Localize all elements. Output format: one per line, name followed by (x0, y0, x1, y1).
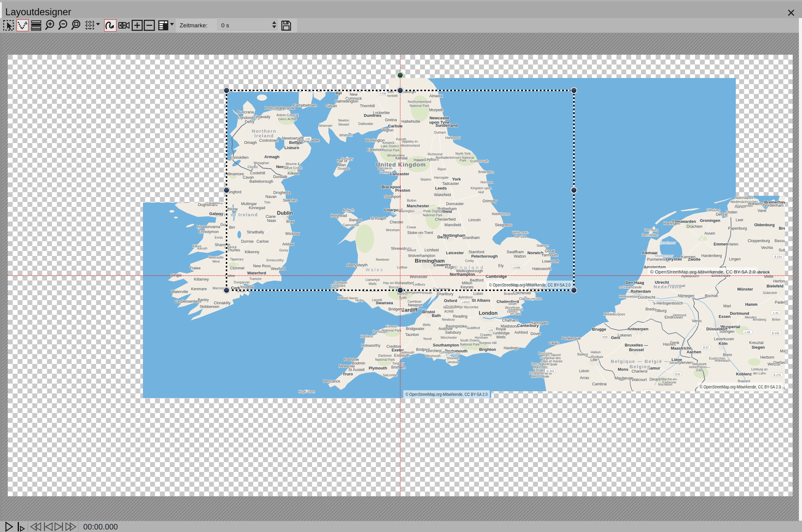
svg-text:Lokeren: Lokeren (617, 333, 631, 338)
svg-text:Swaffham: Swaffham (507, 250, 523, 254)
svg-text:Chatham: Chatham (502, 318, 518, 323)
svg-text:Cambrai: Cambrai (592, 382, 607, 386)
svg-text:upon-Tweed: upon-Tweed (417, 75, 435, 79)
svg-text:Clane: Clane (266, 214, 276, 219)
svg-text:Newcastle: Newcastle (429, 116, 449, 120)
svg-text:nerleith: nerleith (387, 94, 398, 98)
svg-text:Kendal: Kendal (396, 156, 408, 160)
svg-text:Lymington: Lymington (439, 350, 454, 354)
svg-text:Enniscorthy: Enniscorthy (267, 258, 284, 262)
svg-text:Douglas: Douglas (338, 167, 350, 170)
svg-text:Bolton: Bolton (407, 198, 416, 202)
svg-text:Wrexham: Wrexham (386, 228, 400, 232)
svg-text:Chester: Chester (390, 220, 403, 224)
svg-text:St Albans: St Albans (472, 298, 490, 303)
svg-text:AONB: AONB (444, 309, 454, 313)
svg-text:Brugge: Brugge (592, 327, 606, 331)
svg-text:Dover: Dover (530, 331, 541, 336)
svg-text:Genk: Genk (670, 341, 680, 345)
svg-text:Sunderland: Sunderland (435, 123, 458, 128)
svg-text:Park: Park (460, 158, 466, 162)
svg-text:Wales: Wales (366, 267, 384, 272)
svg-text:Grimsby: Grimsby (482, 199, 497, 203)
svg-text:Tenby: Tenby (355, 298, 364, 302)
svg-text:Gorey: Gorey (279, 248, 288, 252)
svg-text:Stamford: Stamford (469, 250, 484, 254)
svg-text:Den Burg: Den Burg (645, 228, 658, 232)
svg-text:Ventnor: Ventnor (447, 360, 459, 364)
svg-text:Keynes: Keynes (460, 285, 474, 289)
svg-text:Mansfield: Mansfield (444, 223, 461, 227)
svg-text:E411: E411 (656, 392, 663, 395)
svg-text:Harrogate: Harrogate (434, 175, 449, 179)
svg-text:North York: North York (455, 152, 471, 155)
svg-text:Southend-: Southend- (508, 308, 523, 311)
svg-text:Ludlow: Ludlow (397, 265, 407, 269)
svg-text:Yarmouth: Yarmouth (541, 253, 558, 257)
svg-text:Penzance: Penzance (323, 379, 340, 383)
svg-text:Antrim Coast &: Antrim Coast & (276, 113, 299, 117)
svg-text:Aurich: Aurich (734, 205, 745, 209)
svg-text:Kinnegad: Kinnegad (249, 206, 265, 210)
svg-text:Preston: Preston (395, 188, 410, 193)
svg-text:Newbury: Newbury (442, 318, 455, 321)
svg-text:Naas: Naas (267, 218, 276, 223)
svg-text:Dortmund: Dortmund (730, 311, 749, 316)
svg-text:Tralee: Tralee (190, 266, 201, 270)
svg-text:Brem: Brem (779, 226, 789, 231)
svg-text:Clonmel: Clonmel (230, 266, 244, 270)
svg-text:Lichfield: Lichfield (424, 248, 439, 252)
svg-text:Newport: Newport (408, 303, 423, 307)
svg-text:Bassum: Bassum (774, 239, 788, 243)
svg-text:Oxford: Oxford (444, 298, 457, 303)
svg-text:Dinant: Dinant (649, 377, 661, 382)
svg-text:Bruxelles —: Bruxelles — (625, 343, 648, 347)
svg-text:B 275: B 275 (774, 374, 781, 377)
svg-text:Drogheda: Drogheda (273, 190, 290, 195)
svg-text:Limavady: Limavady (253, 115, 270, 119)
svg-text:Wexford: Wexford (271, 267, 285, 271)
svg-text:Trim: Trim (264, 201, 271, 204)
svg-text:Monaghan: Monaghan (253, 161, 269, 165)
svg-text:Wells: Wells (496, 335, 505, 339)
svg-text:Hartlepool: Hartlepool (445, 136, 460, 139)
svg-text:Halesworth: Halesworth (532, 267, 552, 271)
svg-text:Hornsea: Hornsea (480, 180, 493, 184)
svg-text:Ennis: Ennis (215, 235, 223, 239)
svg-text:Hartland: Hartland (360, 334, 373, 338)
svg-text:Delfzijl: Delfzijl (716, 212, 727, 216)
svg-text:Brilon: Brilon (772, 318, 781, 321)
svg-text:Purmerend: Purmerend (647, 257, 666, 262)
svg-text:Wells-next-: Wells-next- (512, 231, 529, 234)
svg-text:Wells: Wells (368, 282, 376, 286)
svg-text:Bridlington: Bridlington (478, 170, 494, 174)
svg-text:Skerries: Skerries (283, 198, 297, 203)
svg-text:Walcourt: Walcourt (632, 378, 647, 382)
svg-text:0 s: 0 s (221, 22, 229, 28)
svg-text:Birr: Birr (229, 225, 235, 230)
svg-text:A708: A708 (379, 92, 386, 95)
svg-text:Wigton: Wigton (382, 128, 394, 132)
svg-text:Rheinbach: Rheinbach (715, 359, 730, 362)
svg-text:Buncrana: Buncrana (237, 110, 254, 114)
svg-text:Southport: Southport (384, 194, 401, 199)
svg-text:Dalbeattie: Dalbeattie (358, 122, 373, 126)
svg-text:Oldenburg: Oldenburg (754, 223, 775, 227)
svg-text:United Kingdom: United Kingdom (376, 161, 426, 168)
svg-text:Köln: Köln (719, 341, 728, 346)
svg-text:Lingen: Lingen (729, 257, 741, 261)
svg-text:Nordenham: Nordenham (763, 203, 783, 208)
svg-text:Marbu: Marbu (780, 349, 791, 353)
svg-text:Egremont: Egremont (367, 148, 384, 152)
svg-text:Assen: Assen (704, 231, 715, 235)
svg-text:Suling: Suling (779, 248, 789, 252)
svg-text:Hamm: Hamm (745, 302, 758, 307)
svg-text:Münster: Münster (737, 287, 753, 291)
svg-text:Den Haag: Den Haag (626, 280, 644, 285)
svg-text:Truro: Truro (342, 372, 353, 376)
svg-text:Belgique — België —: Belgique — België — (611, 359, 670, 364)
svg-text:Winchester: Winchester (441, 336, 457, 339)
svg-text:Telford: Telford (406, 248, 416, 252)
svg-text:Bridgend: Bridgend (388, 307, 404, 311)
svg-text:Ijsselmeer: Ijsselmeer (660, 241, 676, 245)
